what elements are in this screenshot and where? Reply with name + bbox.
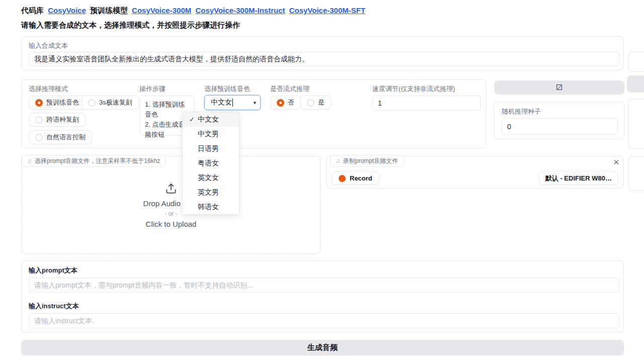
streaming-option-no[interactable]: 否 — [270, 96, 301, 110]
instruction-text: 请输入需要合成的文本，选择推理模式，并按照提示步骤进行操作 — [21, 21, 240, 30]
pretrain-label: 预训练模型 — [90, 6, 128, 15]
voice-option-zh-male[interactable]: 中文男 — [183, 127, 239, 141]
speed-input[interactable] — [372, 96, 481, 111]
music-note-icon: ♫ — [27, 157, 32, 164]
record-dot-icon — [339, 175, 346, 182]
link-cosyvoice-300m[interactable]: CosyVoice-300M — [132, 6, 191, 15]
record-audio-label: ♫ 录制prompt音频文件 — [330, 155, 404, 167]
mode-option-3s-clone[interactable]: 3s极速复刻 — [82, 96, 139, 110]
instruct-text-label: 输入instruct文本 — [29, 302, 79, 311]
cutoff-panel-fragment — [628, 156, 644, 191]
voice-option-ko-female[interactable]: 韩语女 — [183, 200, 239, 214]
mode-option-label: 预训练音色 — [46, 98, 79, 107]
repo-label: 代码库 — [21, 6, 44, 15]
prompt-instruct-panel: 输入prompt文本 输入instruct文本 — [21, 260, 624, 333]
speed-label: 速度调节(仅支持非流式推理) — [372, 84, 455, 94]
upload-label-text: 选择prompt音频文件，注意采样率不低于16khz — [35, 157, 160, 165]
voice-dropdown-list: ✓ 中文女 中文男 日语男 粤语女 英文女 英文男 韩语女 — [182, 112, 239, 215]
voice-option-zh-female[interactable]: ✓ 中文女 — [183, 112, 239, 127]
voice-option-en-female[interactable]: 英文女 — [183, 170, 239, 185]
voice-option-ja-male[interactable]: 日语男 — [183, 141, 239, 156]
streaming-option-label: 否 — [288, 98, 294, 107]
audio-device-button[interactable]: 默认 - EDIFIER W80… — [539, 171, 618, 185]
click-to-upload-text: Click to Upload — [146, 220, 197, 228]
header-links: 代码库 CosyVoice 预训练模型 CosyVoice-300M CosyV… — [21, 6, 367, 16]
voice-option-label: 日语男 — [198, 144, 219, 153]
text-cursor — [232, 99, 233, 107]
prompt-audio-upload-label: ♫ 选择prompt音频文件，注意采样率不低于16khz — [22, 155, 166, 167]
synthesis-text-panel: 输入合成文本 — [21, 36, 624, 70]
voice-option-label: 中文女 — [198, 115, 219, 124]
voice-dropdown[interactable]: 中文女 ▾ — [204, 95, 261, 110]
mode-option-crosslingual[interactable]: 跨语种复刻 — [29, 113, 86, 127]
voice-option-yue-female[interactable]: 粤语女 — [183, 156, 239, 170]
upload-icon — [165, 182, 178, 195]
radio-icon — [35, 134, 43, 141]
voice-dropdown-label: 选择预训练音色 — [204, 84, 250, 94]
cutoff-panel-fragment — [628, 52, 644, 72]
radio-selected-icon — [277, 99, 284, 107]
dice-icon: ⚂ — [556, 83, 562, 92]
seed-label: 随机推理种子 — [502, 107, 541, 116]
mode-option-label: 自然语言控制 — [46, 133, 86, 142]
seed-panel: 随机推理种子 — [494, 102, 624, 140]
inference-settings-panel: 选择推理模式 预训练音色 3s极速复刻 跨语种复刻 自然语言控制 操作步骤 1.… — [21, 79, 487, 148]
record-label-text: 录制prompt音频文件 — [343, 157, 398, 165]
voice-option-label: 英文女 — [198, 173, 219, 183]
voice-option-label: 中文男 — [198, 130, 219, 139]
mode-option-label: 3s极速复刻 — [99, 98, 132, 107]
link-cosyvoice-300m-instruct[interactable]: CosyVoice-300M-Instruct — [195, 6, 285, 15]
voice-option-en-male[interactable]: 英文男 — [183, 185, 239, 200]
cutoff-panel-fragment — [628, 99, 644, 149]
mode-label: 选择推理模式 — [29, 84, 68, 94]
instruct-text-input[interactable] — [29, 313, 619, 328]
synthesis-text-input[interactable] — [29, 52, 619, 66]
generate-audio-button[interactable]: 生成音频 — [21, 340, 624, 355]
mode-option-pretrained[interactable]: 预训练音色 — [29, 96, 86, 110]
link-cosyvoice-300m-sft[interactable]: CosyVoice-300M-SFT — [289, 6, 365, 15]
link-cosyvoice[interactable]: CosyVoice — [48, 6, 86, 15]
or-text: - or - — [165, 210, 177, 217]
streaming-label: 是否流式推理 — [270, 84, 309, 94]
streaming-option-label: 是 — [318, 98, 325, 107]
chevron-down-icon[interactable]: ▾ — [253, 100, 256, 106]
audio-device-label: 默认 - EDIFIER W80… — [545, 174, 612, 183]
random-seed-button[interactable]: ⚂ — [494, 80, 624, 95]
seed-input[interactable] — [502, 118, 618, 135]
radio-icon — [307, 99, 314, 107]
voice-option-label: 韩语女 — [198, 203, 219, 212]
cosyvoice-app: 代码库 CosyVoice 预训练模型 CosyVoice-300M CosyV… — [0, 0, 644, 358]
voice-option-label: 英文男 — [198, 188, 219, 197]
close-icon[interactable]: ✕ — [613, 158, 619, 166]
radio-selected-icon — [35, 99, 43, 107]
synthesis-text-label: 输入合成文本 — [29, 41, 68, 50]
prompt-text-label: 输入prompt文本 — [29, 266, 77, 275]
generate-audio-label: 生成音频 — [307, 343, 338, 352]
steps-label: 操作步骤 — [139, 84, 166, 94]
mode-option-natural-language[interactable]: 自然语言控制 — [29, 130, 92, 144]
radio-icon — [88, 99, 96, 107]
record-button[interactable]: Record — [332, 171, 379, 185]
streaming-option-yes[interactable]: 是 — [300, 96, 331, 110]
mode-option-label: 跨语种复刻 — [46, 115, 79, 124]
prompt-text-input[interactable] — [29, 278, 619, 293]
record-button-label: Record — [350, 174, 372, 182]
cutoff-panel-fragment — [627, 75, 644, 93]
voice-dropdown-value: 中文女 — [211, 98, 232, 107]
radio-icon — [35, 116, 43, 124]
music-note-icon: ♫ — [336, 157, 340, 164]
check-icon: ✓ — [189, 116, 198, 123]
voice-option-label: 粤语女 — [198, 159, 219, 168]
